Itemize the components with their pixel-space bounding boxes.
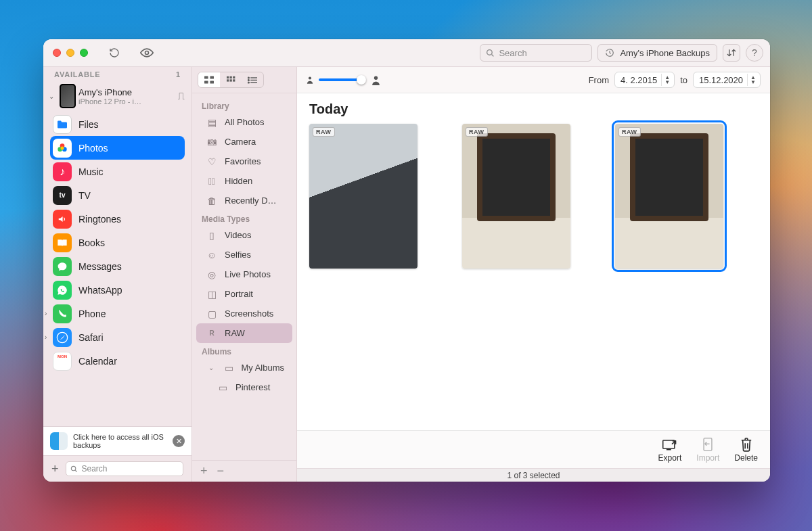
refresh-icon[interactable]	[107, 47, 122, 58]
sidebar-item-ringtones[interactable]: Ringtones	[50, 207, 185, 231]
grid-view-button[interactable]	[198, 72, 220, 87]
device-row[interactable]: ⌄ Amy's iPhone iPhone 12 Pro - i… ⎍	[43, 80, 191, 112]
library-item-recently-deleted[interactable]: 🗑︎Recently D…	[196, 191, 292, 210]
svg-rect-15	[233, 76, 235, 78]
sidebar-item-safari[interactable]: › Safari	[50, 325, 185, 349]
backups-dropdown[interactable]: Amy's iPhone Backups	[597, 44, 717, 62]
list-view-button[interactable]	[242, 72, 263, 87]
search-icon	[486, 49, 495, 57]
minimize-window-button[interactable]	[66, 49, 74, 57]
sidebar-item-files[interactable]: Files	[50, 112, 185, 136]
svg-rect-10	[210, 76, 214, 78]
thumbnail-zoom-slider[interactable]	[307, 75, 380, 85]
library-item-hidden[interactable]: 👁̵Hidden	[196, 171, 292, 191]
hint-close-button[interactable]: ✕	[173, 435, 185, 447]
eye-off-icon: 👁̵	[206, 176, 218, 187]
svg-point-5	[61, 146, 64, 149]
selfie-icon: ☺	[206, 250, 218, 260]
device-search-input[interactable]: Search	[66, 461, 183, 476]
usb-icon: ⎍	[178, 90, 185, 102]
raw-badge: RAW	[466, 127, 488, 137]
sidebar-item-books[interactable]: Books	[50, 231, 185, 254]
album-icon: ▭	[217, 382, 229, 393]
phone-icon	[53, 304, 72, 323]
date-to-input[interactable]: 15.12.2020 ▲▼	[693, 72, 761, 88]
sidebar-header: AVAILABLE	[54, 70, 101, 78]
library-item-raw[interactable]: RRAW	[196, 323, 292, 343]
collection-view-button[interactable]	[220, 72, 242, 87]
device-sidebar: AVAILABLE 1 ⌄ Amy's iPhone iPhone 12 Pro…	[43, 67, 192, 482]
import-button[interactable]: Import	[696, 437, 719, 463]
zoom-window-button[interactable]	[80, 49, 88, 57]
chevron-right-icon[interactable]: ›	[45, 333, 47, 341]
svg-rect-11	[204, 80, 208, 83]
ios-backups-hint[interactable]: Click here to access all iOS backups ✕	[43, 426, 191, 455]
transfer-button[interactable]	[723, 44, 740, 62]
library-item-portrait[interactable]: ◫Portrait	[196, 284, 292, 304]
date-stepper[interactable]: ▲▼	[661, 74, 673, 86]
sidebar-item-tv[interactable]: tv TV	[50, 183, 185, 207]
preview-eye-icon[interactable]	[139, 48, 154, 57]
sidebar-item-phone[interactable]: › Phone	[50, 302, 185, 325]
global-search-input[interactable]: Search	[480, 44, 592, 62]
chevron-down-icon[interactable]: ⌄	[46, 93, 57, 100]
camera-icon: 📷︎	[206, 137, 218, 147]
svg-rect-18	[233, 79, 235, 81]
library-item-videos[interactable]: ▯Videos	[196, 225, 292, 245]
sidebar-item-music[interactable]: ♪ Music	[50, 160, 185, 183]
photo-thumbnail[interactable]: RAW	[462, 124, 570, 269]
media-types-header: Media Types	[192, 210, 296, 225]
export-button[interactable]: Export	[658, 437, 682, 463]
list-icon	[248, 76, 257, 84]
sidebar-item-whatsapp[interactable]: WhatsApp	[50, 278, 185, 302]
delete-button[interactable]: Delete	[734, 437, 758, 463]
chevron-right-icon[interactable]: ›	[45, 310, 47, 317]
view-mode-segment	[198, 72, 264, 88]
library-item-favorites[interactable]: ♡Favorites	[196, 152, 292, 171]
calendar-icon: MON 21	[53, 352, 72, 371]
trash-icon: 🗑︎	[206, 195, 218, 206]
add-button[interactable]: +	[51, 462, 59, 476]
svg-point-19	[248, 77, 249, 78]
device-subtitle: iPhone 12 Pro - i…	[78, 97, 175, 106]
library-item-selfies[interactable]: ☺Selfies	[196, 245, 292, 264]
live-icon: ◎	[206, 269, 218, 280]
messages-icon	[53, 257, 72, 276]
library-item-screenshots[interactable]: ▢Screenshots	[196, 304, 292, 323]
to-label: to	[680, 75, 687, 85]
view-mode-toolbar	[192, 67, 296, 93]
date-from-input[interactable]: 4. 2.2015 ▲▼	[614, 72, 675, 88]
device-count: 1	[176, 70, 181, 78]
safari-icon	[53, 328, 72, 347]
svg-point-8	[71, 466, 75, 470]
library-item-camera[interactable]: 📷︎Camera	[196, 132, 292, 152]
sidebar-footer: + Search	[43, 455, 191, 482]
svg-point-21	[248, 82, 249, 83]
sidebar-item-calendar[interactable]: MON 21 Calendar	[50, 349, 185, 373]
library-item-my-albums[interactable]: ⌄▭My Albums	[196, 358, 292, 377]
svg-point-0	[145, 51, 149, 55]
library-sidebar: Library ▤All Photos 📷︎Camera ♡Favorites …	[192, 67, 297, 482]
library-item-pinterest[interactable]: ▭Pinterest	[196, 377, 292, 397]
remove-album-button[interactable]: −	[217, 464, 225, 478]
sidebar-item-photos[interactable]: Photos	[50, 136, 185, 160]
photo-thumbnail[interactable]: RAW	[309, 124, 418, 269]
chevron-down-icon[interactable]: ⌄	[206, 364, 217, 371]
svg-rect-17	[229, 79, 231, 81]
sidebar-item-messages[interactable]: Messages	[50, 254, 185, 278]
svg-rect-13	[227, 76, 229, 78]
raw-badge: RAW	[618, 127, 641, 137]
library-item-all-photos[interactable]: ▤All Photos	[196, 112, 292, 132]
files-icon	[53, 115, 72, 134]
svg-rect-9	[204, 76, 208, 78]
add-album-button[interactable]: +	[200, 464, 208, 478]
window-controls	[53, 49, 88, 57]
close-window-button[interactable]	[53, 49, 61, 57]
library-item-live-photos[interactable]: ◎Live Photos	[196, 264, 292, 284]
titlebar: Search Amy's iPhone Backups ?	[43, 39, 770, 67]
date-stepper[interactable]: ▲▼	[747, 74, 759, 86]
photo-thumbnail[interactable]: RAW	[615, 124, 723, 269]
help-button[interactable]: ?	[746, 44, 763, 62]
whatsapp-icon	[53, 281, 72, 300]
app-window: Search Amy's iPhone Backups ? AVAILABLE …	[43, 39, 770, 482]
